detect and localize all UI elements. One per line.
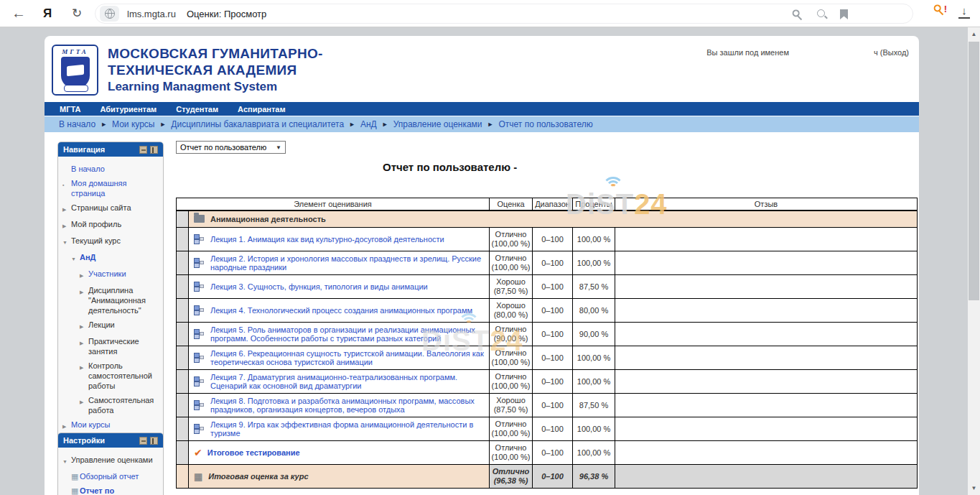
refresh-icon[interactable]: ↻ [72, 6, 82, 21]
breadcrumb-link-1[interactable]: В начало [59, 119, 95, 129]
grade-cell: Отлично(100,00 %) [490, 251, 533, 275]
scroll-down-icon[interactable]: ▼ [968, 485, 980, 491]
block-dock-icon[interactable] [150, 437, 158, 445]
grade-row: Лекция 9. Игра как эффективная форма ани… [177, 417, 918, 441]
bookmark-icon[interactable] [840, 9, 848, 19]
yandex-menu-icon[interactable]: Я [43, 6, 52, 21]
navigation-item-6[interactable]: ▼АнД [60, 250, 161, 267]
page: МГТА МОСКОВСКАЯ ГУМАНИТАРНО- ТЕХНИЧЕСКАЯ… [45, 36, 919, 495]
item-cell: ✔Итоговое тестирование [189, 441, 490, 465]
zoom-icon[interactable] [816, 9, 828, 20]
breadcrumb-link-2[interactable]: Мои курсы [112, 119, 154, 129]
percent-cell: 100,00 % [573, 228, 615, 251]
lesson-icon [194, 234, 205, 245]
grade-percent: (100,00 %) [491, 239, 531, 249]
grade-cell: Хорошо(80,00 %) [490, 299, 533, 323]
settings-item-3[interactable]: ▦Отчет по пользователю [60, 484, 161, 495]
item-link[interactable]: Лекция 9. Игра как эффективная форма ани… [210, 420, 484, 438]
scrollbar-thumb[interactable] [969, 42, 979, 300]
grade-percent: (100,00 %) [491, 263, 531, 272]
address-page-title: Оценки: Просмотр [187, 9, 266, 19]
mgta-logo[interactable]: МГТА [52, 45, 98, 96]
breadcrumb-link-5[interactable]: Управление оценками [393, 119, 482, 129]
address-url[interactable]: lms.mgta.ru [127, 9, 176, 19]
item-link[interactable]: Лекция 4. Технологический процесс создан… [210, 306, 472, 315]
navigation-item-1[interactable]: В начало [60, 162, 161, 176]
vertical-scrollbar[interactable]: ▲ ▼ [968, 27, 980, 495]
lesson-icon [194, 329, 205, 340]
navbar-item-2[interactable]: Абитуриентам [100, 105, 157, 114]
percent-cell: 100,00 % [573, 370, 615, 394]
navigation-item-4[interactable]: ▶Мой профиль [60, 217, 161, 233]
password-alert-icon[interactable]: ! [933, 4, 947, 16]
grade-word: Отлично [491, 348, 531, 358]
address-bar[interactable]: lms.mgta.ru Оценки: Просмотр [95, 4, 913, 24]
calculator-icon: ▦ [194, 471, 202, 482]
navigation-item-3[interactable]: ▶Страницы сайта [60, 200, 161, 217]
item-link[interactable]: Лекция 5. Роль аниматоров в организации … [210, 325, 484, 343]
total-row: ▦Итоговая оценка за курсОтлично(96,38 %)… [177, 465, 918, 489]
block-collapse-icon[interactable] [139, 146, 147, 154]
block-dock-icon[interactable] [150, 146, 158, 154]
report-main: Отчет по пользователю ▼ Отчет по пользов… [176, 141, 917, 154]
password-key-icon[interactable] [789, 6, 806, 23]
item-link[interactable]: Итоговое тестирование [207, 448, 300, 457]
category-row: Анимационная деятельность [177, 211, 918, 228]
navigation-item-7[interactable]: ▶Участники [60, 267, 161, 283]
navigation-item-8[interactable]: ▶Дисциплина "Анимационная деятельность" [60, 283, 161, 318]
percent-cell: 90,00 % [573, 323, 615, 346]
settings-item-2[interactable]: ▦Обзорный отчет [60, 469, 161, 484]
navigation-item-2[interactable]: ▪Моя домашняя страница [60, 176, 161, 200]
navigation-item-label: Страницы сайта [71, 203, 160, 215]
tree-collapsed-icon: ▶ [62, 420, 71, 432]
grades-table: Элемент оценивания Оценка Диапазон Проце… [176, 198, 918, 489]
grade-word: Хорошо [491, 396, 531, 405]
org-title-line2: ТЕХНИЧЕСКАЯ АКАДЕМИЯ [108, 62, 323, 78]
navigation-item-13[interactable]: ▶Мои курсы [60, 417, 161, 434]
breadcrumb-separator-icon: ► [101, 121, 107, 128]
block-collapse-icon[interactable] [139, 437, 147, 445]
download-icon[interactable]: ↓ [958, 4, 970, 19]
navigation-item-9[interactable]: ▶Лекции [60, 318, 161, 334]
scroll-up-icon[interactable]: ▲ [968, 31, 980, 37]
settings-item-1[interactable]: ▼Управление оценками [60, 453, 161, 469]
item-link[interactable]: Лекция 7. Драматургия анимационно-театра… [210, 373, 484, 390]
item-link[interactable]: Лекция 8. Подготовка и разработка анимац… [210, 397, 484, 414]
item-link[interactable]: Лекция 3. Сущность, функция, типология и… [210, 282, 428, 291]
navbar-item-3[interactable]: Студентам [176, 105, 218, 114]
feedback-cell [615, 275, 918, 299]
item-link[interactable]: Лекция 1. Анимация как вид культурно-дос… [210, 235, 444, 244]
item-link[interactable]: Лекция 6. Рекреационная сущность туристс… [210, 349, 484, 366]
navigation-item-10[interactable]: ▶Практические занятия [60, 334, 161, 358]
tree-collapsed-icon: ▶ [62, 219, 71, 231]
range-cell: 0–100 [533, 465, 573, 489]
navbar-item-1[interactable]: МГТА [60, 105, 80, 114]
settings-block-title: Настройки [63, 436, 136, 445]
navigation-item-5[interactable]: ▼Текущий курс [60, 233, 161, 250]
breadcrumb-link-4[interactable]: АнД [360, 119, 377, 129]
report-type-select[interactable]: Отчет по пользователю ▼ [176, 141, 286, 154]
navigation-item-label: Текущий курс [71, 236, 160, 248]
indent-cell [177, 465, 189, 489]
range-cell: 0–100 [533, 394, 573, 417]
navigation-item-12[interactable]: ▶Самостоятельная работа [60, 393, 161, 417]
grade-row: Лекция 1. Анимация как вид культурно-дос… [177, 228, 918, 251]
breadcrumb-link-3[interactable]: Дисциплины бакалавриата и специалитета [171, 119, 344, 129]
breadcrumb-link-6[interactable]: Отчет по пользователю [499, 119, 593, 129]
grade-cell: Отлично(96,38 %) [490, 465, 533, 489]
percent-cell: 87,50 % [573, 275, 615, 299]
navbar-item-4[interactable]: Аспирантам [238, 105, 285, 114]
navigation-item-label: Моя домашняя страница [71, 178, 160, 198]
grade-percent: (100,00 %) [491, 358, 531, 367]
grade-word: Отлично [491, 467, 531, 476]
feedback-cell [615, 370, 918, 394]
back-icon[interactable]: ← [11, 5, 26, 22]
folder-icon [194, 215, 205, 223]
item-link[interactable]: Лекция 2. История и хронология массовых … [210, 254, 484, 272]
logout-link[interactable]: ч (Выход) [874, 48, 909, 57]
grade-word: Отлично [491, 325, 531, 334]
navigation-item-11[interactable]: ▶Контроль самостоятельной работы [60, 358, 161, 393]
grade-cell: Отлично(100,00 %) [490, 417, 533, 441]
logo-abbr: МГТА [53, 48, 97, 55]
site-badge [100, 6, 119, 22]
